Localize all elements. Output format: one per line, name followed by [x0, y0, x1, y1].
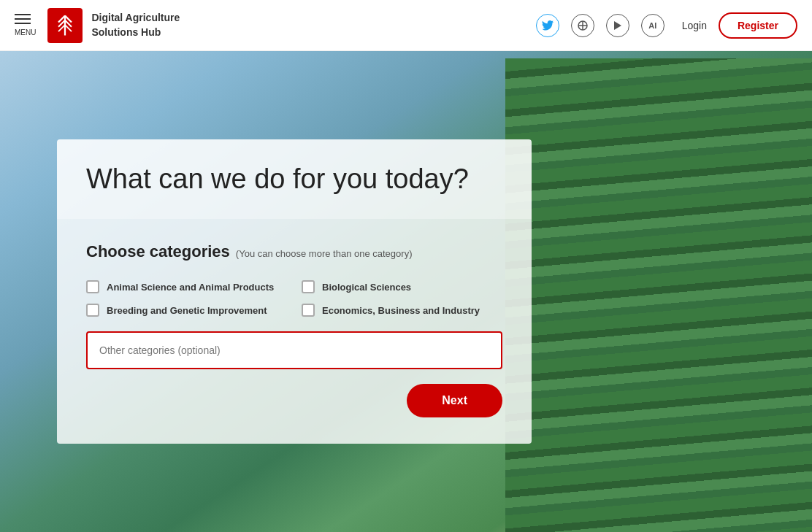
categories-title: Choose categories — [86, 242, 230, 261]
register-button[interactable]: Register — [719, 12, 797, 39]
svg-marker-11 — [614, 21, 621, 30]
checkbox-animal-science[interactable]: Animal Science and Animal Products — [86, 280, 287, 293]
checkbox-biological-sciences-box[interactable] — [302, 280, 315, 293]
checkbox-biological-sciences[interactable]: Biological Sciences — [302, 280, 502, 293]
login-button[interactable]: Login — [682, 20, 707, 31]
category-card: Choose categories (You can choose more t… — [57, 219, 532, 444]
checkbox-economics-business-box[interactable] — [302, 304, 315, 317]
circle-brand-icon[interactable] — [571, 14, 594, 37]
ai-icon[interactable]: AI — [641, 14, 664, 37]
checkbox-grid: Animal Science and Animal Products Biolo… — [86, 280, 502, 317]
other-categories-input[interactable] — [86, 331, 502, 369]
categories-subtitle: (You can choose more than one category) — [236, 248, 413, 259]
site-name: Digital Agriculture Solutions Hub — [91, 11, 180, 39]
checkbox-economics-business[interactable]: Economics, Business and Industry — [302, 304, 502, 317]
checkbox-economics-business-label: Economics, Business and Industry — [322, 305, 480, 316]
play-icon[interactable] — [606, 14, 629, 37]
twitter-icon[interactable] — [536, 14, 559, 37]
checkbox-breeding-genetic-label: Breeding and Genetic Improvement — [107, 305, 267, 316]
next-button[interactable]: Next — [407, 384, 502, 417]
checkbox-biological-sciences-label: Biological Sciences — [322, 282, 411, 293]
card-container: What can we do for you today? Choose cat… — [57, 139, 532, 444]
logo-icon — [47, 8, 83, 43]
checkbox-animal-science-label: Animal Science and Animal Products — [107, 282, 274, 293]
logo[interactable]: Digital Agriculture Solutions Hub — [47, 8, 180, 43]
checkbox-animal-science-box[interactable] — [86, 280, 99, 293]
main-content: What can we do for you today? Choose cat… — [0, 51, 812, 532]
page-title: What can we do for you today? — [86, 163, 502, 196]
menu-button[interactable]: MENU — [15, 14, 36, 36]
social-icons: AI — [536, 14, 664, 37]
checkbox-breeding-genetic-box[interactable] — [86, 304, 99, 317]
categories-header: Choose categories (You can choose more t… — [86, 242, 502, 264]
checkbox-breeding-genetic[interactable]: Breeding and Genetic Improvement — [86, 304, 287, 317]
title-card: What can we do for you today? — [57, 139, 532, 220]
button-row: Next — [86, 384, 502, 417]
menu-label: MENU — [15, 28, 36, 36]
header: MENU Digital Agriculture Solutions Hub — [0, 0, 812, 51]
